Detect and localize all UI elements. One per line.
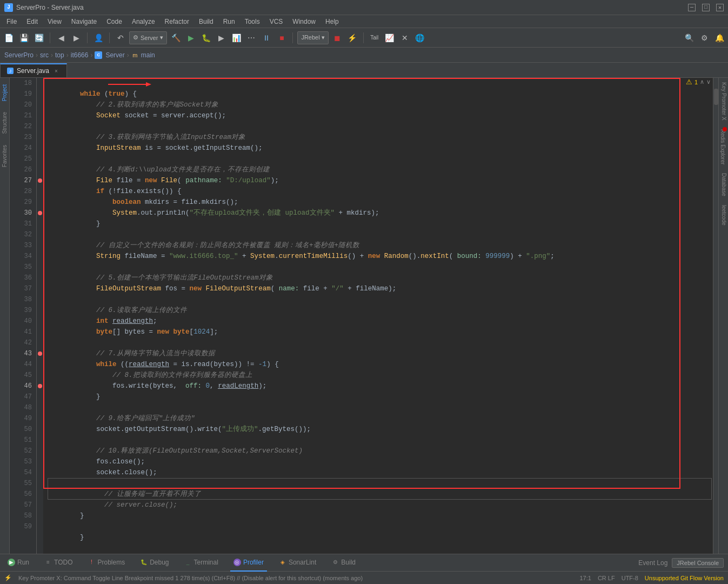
line-44: 44: [10, 359, 32, 370]
menu-analyze[interactable]: Analyze: [128, 17, 159, 26]
menu-window[interactable]: Window: [288, 17, 320, 26]
menu-tools[interactable]: Tools: [241, 17, 264, 26]
sonar-tab[interactable]: ◈ SonarLint: [276, 554, 319, 572]
toolbar-coverage[interactable]: 📈: [383, 31, 396, 44]
toolbar-sync[interactable]: 🔄: [32, 31, 45, 44]
line-32: 32: [10, 229, 32, 240]
jrebel-dropdown[interactable]: JRebel ▾: [297, 31, 328, 44]
code-line-19: // 2.获取到请求的客户端Socket对象: [48, 89, 713, 99]
leetcode-panel[interactable]: leetcode: [719, 201, 728, 230]
editor-tab-server-java[interactable]: J Server.java ×: [0, 63, 67, 77]
line-23: 23: [10, 132, 32, 143]
problems-tab[interactable]: ! Problems: [84, 554, 128, 572]
breadcrumb-top[interactable]: top: [55, 51, 64, 59]
menu-help[interactable]: Help: [321, 17, 343, 26]
toolbar-notifications[interactable]: 🔔: [713, 31, 726, 44]
redis-explorer-panel[interactable]: Redis Explorer: [719, 125, 727, 169]
toolbar-pause[interactable]: ⏸: [260, 31, 273, 44]
line-33: 33: [10, 240, 32, 251]
toolbar-back[interactable]: ◀: [55, 31, 68, 44]
encoding-indicator[interactable]: UTF-8: [622, 575, 638, 581]
gutter-52: [37, 446, 43, 456]
project-panel-tab[interactable]: Project: [1, 80, 9, 105]
menu-vcs[interactable]: VCS: [265, 17, 288, 26]
menu-build[interactable]: Build: [195, 17, 218, 26]
build-tab[interactable]: ⚙ Build: [328, 554, 359, 572]
menu-edit[interactable]: Edit: [22, 17, 42, 26]
warning-chevron-up[interactable]: ∧: [700, 78, 704, 85]
key-promoter-panel[interactable]: Key Promoter X: [719, 78, 728, 125]
code-line-20: Socket socket = server.accept();: [48, 99, 713, 110]
menu-refactor[interactable]: Refactor: [161, 17, 193, 26]
toolbar-run-coverage[interactable]: ▶: [215, 31, 228, 44]
breakpoint-46[interactable]: [38, 384, 42, 388]
run-tab[interactable]: ▶ Run: [4, 554, 32, 572]
toolbar-run-green[interactable]: ▶: [184, 31, 197, 44]
menu-file[interactable]: File: [2, 17, 21, 26]
toolbar-profile[interactable]: 📊: [230, 31, 243, 44]
breakpoint-43[interactable]: [38, 351, 42, 356]
toolbar-translate[interactable]: 🌐: [413, 31, 426, 44]
menu-run[interactable]: Run: [219, 17, 239, 26]
line-24: 24: [10, 143, 32, 154]
terminal-tab[interactable]: _ Terminal: [181, 554, 222, 572]
toolbar-settings[interactable]: ⚙: [698, 31, 711, 44]
maximize-button[interactable]: □: [702, 4, 710, 11]
line-col-indicator[interactable]: 17:1: [579, 575, 591, 581]
breadcrumb-src[interactable]: src: [40, 51, 49, 59]
breadcrumb-it6666[interactable]: it6666: [71, 51, 89, 59]
menu-code[interactable]: Code: [102, 17, 126, 26]
toolbar-make[interactable]: 🔨: [169, 31, 182, 44]
code-line-49: socket.getOutputStream().write("上传成功".ge…: [48, 413, 713, 424]
toolbar-undo[interactable]: ↶: [114, 31, 127, 44]
code-editor[interactable]: 18 19 20 21 22 23 24 25 26 27 28 29 30 3…: [10, 78, 718, 554]
toolbar-user[interactable]: 👤: [92, 31, 105, 44]
code-line-55: // 让服务端一直开着不用关了: [48, 478, 713, 489]
status-message: Key Promoter X: Command Toggle Line Brea…: [18, 575, 363, 581]
code-line-59: }: [48, 521, 713, 532]
sonar-tab-icon: ◈: [279, 559, 286, 566]
todo-tab[interactable]: ≡ TODO: [41, 554, 76, 572]
server-config-dropdown[interactable]: ⚙ Server ▾: [129, 31, 167, 44]
breakpoint-27[interactable]: [38, 178, 42, 183]
gutter-33: [37, 240, 43, 251]
menu-view[interactable]: View: [43, 17, 66, 26]
gutter-32: [37, 229, 43, 240]
warning-chevron-down[interactable]: ∨: [706, 78, 711, 85]
toolbar-jrebel-2[interactable]: ⚡: [346, 31, 359, 44]
toolbar-new-file[interactable]: 📄: [2, 31, 15, 44]
toolbar-jrebel-1[interactable]: ◼: [331, 31, 344, 44]
breakpoint-30[interactable]: [38, 211, 42, 215]
main-area: Project Structure Favorites 18 19 20 21 …: [0, 78, 728, 554]
close-button[interactable]: ✕: [716, 4, 724, 11]
event-log-link[interactable]: Event Log: [638, 559, 667, 567]
debug-tab[interactable]: 🐛 Debug: [137, 554, 172, 572]
scrollbar-thumb[interactable]: [714, 89, 718, 105]
code-line-50: [48, 424, 713, 435]
breadcrumb-main[interactable]: main: [141, 51, 155, 59]
code-lines[interactable]: while (true) { // 2.获取到请求的客户端Socket对象 So…: [43, 78, 713, 554]
toolbar-tail[interactable]: Tail: [368, 31, 381, 44]
jrebel-console-button[interactable]: JRebel Console: [672, 558, 724, 568]
crlf-indicator[interactable]: CR LF: [598, 575, 615, 581]
toolbar-search[interactable]: 🔍: [683, 31, 696, 44]
toolbar-save[interactable]: 💾: [17, 31, 30, 44]
tab-close-button[interactable]: ×: [52, 67, 60, 75]
breadcrumb-project[interactable]: ServerPro: [4, 51, 34, 59]
minimize-button[interactable]: —: [688, 4, 696, 11]
breadcrumb-server[interactable]: Server: [105, 51, 124, 59]
gutter-40: [37, 316, 43, 327]
toolbar-stop[interactable]: ■: [275, 31, 288, 44]
profiler-tab[interactable]: ◎ Profiler: [230, 554, 267, 572]
database-panel[interactable]: Database: [719, 169, 728, 201]
toolbar-more[interactable]: ⋯: [245, 31, 258, 44]
structure-panel-tab[interactable]: Structure: [1, 108, 9, 138]
toolbar-forward[interactable]: ▶: [70, 31, 83, 44]
toolbar-x[interactable]: ✕: [398, 31, 411, 44]
toolbar-debug[interactable]: 🐛: [199, 31, 212, 44]
favorites-panel-tab[interactable]: Favorites: [1, 141, 9, 171]
code-line-52: fos.close();: [48, 446, 713, 456]
scrollbar-track[interactable]: [713, 78, 718, 554]
menu-navigate[interactable]: Navigate: [67, 17, 101, 26]
code-line-25: // 4.判断d:\\upload文件夹是否存在，不存在则创建: [48, 154, 713, 164]
